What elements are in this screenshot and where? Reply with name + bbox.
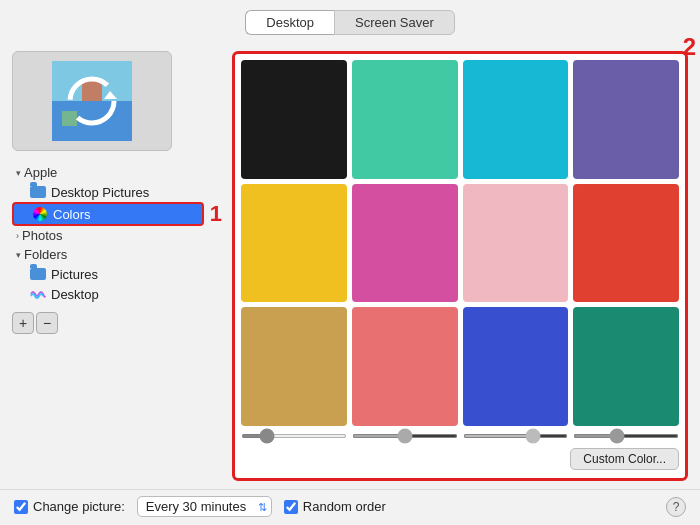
interval-dropdown-wrapper: Every 30 minutes Every 5 minutes Every h… — [137, 496, 272, 517]
swatch-blue[interactable] — [463, 307, 569, 426]
arrow-photos: › — [16, 231, 19, 241]
sidebar: ▾ Apple Desktop Pictures — [12, 51, 222, 481]
folder-blue-icon — [30, 184, 46, 200]
sidebar-item-desktop-pictures-label: Desktop Pictures — [51, 185, 149, 200]
custom-color-row: Custom Color... — [241, 446, 679, 472]
slider-2[interactable] — [352, 434, 458, 438]
sidebar-item-desktop-pictures[interactable]: Desktop Pictures — [12, 182, 222, 202]
sidebar-item-colors[interactable]: Colors — [12, 202, 204, 226]
sidebar-tree: ▾ Apple Desktop Pictures — [12, 163, 222, 304]
preview-thumbnail — [12, 51, 172, 151]
swatch-red[interactable] — [573, 184, 679, 303]
swatch-black[interactable] — [241, 60, 347, 179]
tab-desktop[interactable]: Desktop — [245, 10, 334, 35]
color-panel: Custom Color... — [232, 51, 688, 481]
color-grid-area: 2 — [232, 51, 688, 481]
help-button[interactable]: ? — [666, 497, 686, 517]
arrow-folders: ▾ — [16, 250, 21, 260]
bottom-bar: Change picture: Every 30 minutes Every 5… — [0, 489, 700, 525]
wave-icon — [30, 286, 46, 302]
swatch-light-pink[interactable] — [463, 184, 569, 303]
svg-rect-3 — [62, 111, 77, 126]
slider-1[interactable] — [241, 434, 347, 438]
sidebar-item-desktop-folder-label: Desktop — [51, 287, 99, 302]
sidebar-item-pictures-label: Pictures — [51, 267, 98, 282]
group-apple-label: Apple — [24, 165, 57, 180]
group-apple[interactable]: ▾ Apple — [12, 163, 222, 182]
desktop-screensaver-window: Desktop Screen Saver — [0, 0, 700, 525]
remove-button[interactable]: − — [36, 312, 58, 334]
arrow-apple: ▾ — [16, 168, 21, 178]
interval-dropdown-row: Every 30 minutes Every 5 minutes Every h… — [137, 496, 272, 517]
swatch-yellow[interactable] — [241, 184, 347, 303]
sidebar-item-desktop-folder[interactable]: Desktop — [12, 284, 222, 304]
preview-icon — [52, 61, 132, 141]
swatch-dark-teal[interactable] — [573, 307, 679, 426]
swatch-pink[interactable] — [352, 184, 458, 303]
svg-rect-2 — [82, 81, 102, 101]
group-photos-label: Photos — [22, 228, 62, 243]
swatch-purple[interactable] — [573, 60, 679, 179]
group-photos[interactable]: › Photos — [12, 226, 222, 245]
swatch-teal[interactable] — [352, 60, 458, 179]
random-order-label: Random order — [303, 499, 386, 514]
folder-blue-icon-2 — [30, 266, 46, 282]
swatch-cyan[interactable] — [463, 60, 569, 179]
sidebar-item-colors-label: Colors — [53, 207, 91, 222]
swatch-tan[interactable] — [241, 307, 347, 426]
sidebar-actions: + − — [12, 312, 222, 334]
change-picture-checkbox[interactable] — [14, 500, 28, 514]
group-folders-label: Folders — [24, 247, 67, 262]
interval-select[interactable]: Every 30 minutes Every 5 minutes Every h… — [137, 496, 272, 517]
sidebar-item-pictures[interactable]: Pictures — [12, 264, 222, 284]
random-order-row: Random order — [284, 499, 386, 514]
tab-screen-saver[interactable]: Screen Saver — [334, 10, 455, 35]
slider-4[interactable] — [573, 434, 679, 438]
slider-3[interactable] — [463, 434, 569, 438]
badge-1: 1 — [210, 203, 222, 225]
tab-bar: Desktop Screen Saver — [0, 0, 700, 43]
change-picture-row: Change picture: — [14, 499, 125, 514]
add-button[interactable]: + — [12, 312, 34, 334]
random-order-checkbox[interactable] — [284, 500, 298, 514]
swatch-salmon[interactable] — [352, 307, 458, 426]
custom-color-button[interactable]: Custom Color... — [570, 448, 679, 470]
change-picture-label: Change picture: — [33, 499, 125, 514]
main-content: ▾ Apple Desktop Pictures — [0, 43, 700, 489]
color-grid — [241, 60, 679, 426]
sliders-row — [241, 432, 679, 440]
group-folders[interactable]: ▾ Folders — [12, 245, 222, 264]
badge-2: 2 — [683, 33, 696, 61]
colors-icon — [32, 206, 48, 222]
